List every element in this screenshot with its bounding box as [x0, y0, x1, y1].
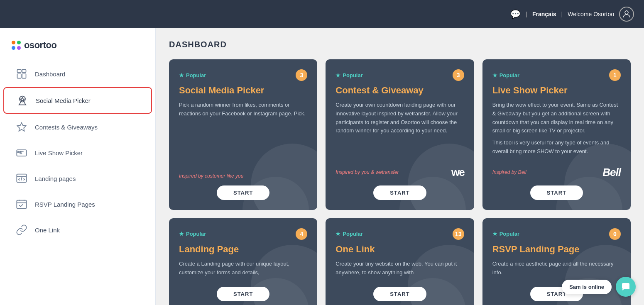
topnav: 💬 | Français | Welcome Osortoo: [0, 0, 644, 28]
star-icon: ★: [179, 72, 184, 78]
sidebar-label-live-show-picker: Live Show Picker: [35, 149, 83, 156]
main-content: DASHBOARD ★ Popular 3 Social Media Picke…: [156, 28, 644, 305]
card-title: Live Show Picker: [492, 85, 621, 96]
logo: osortoo: [0, 32, 155, 61]
sidebar-item-social-media-picker[interactable]: Social Media Picker: [3, 87, 152, 114]
card-title: Contest & Giveaway: [335, 85, 464, 96]
sidebar-label-contests-giveaways: Contests & Giveaways: [35, 124, 98, 131]
popular-text: Popular: [500, 72, 519, 78]
sidebar-label-dashboard: Dashboard: [35, 71, 65, 78]
popular-text: Popular: [186, 72, 206, 78]
card-popular-label: ★ Popular: [492, 72, 519, 78]
welcome-text: Welcome Osortoo: [568, 11, 614, 17]
card-badge-row: ★ Popular 1: [492, 69, 621, 81]
wetransfer-logo: we: [451, 166, 464, 179]
chat-button[interactable]: [616, 277, 636, 297]
logo-dot-2: [17, 41, 21, 44]
logo-dot-1: [12, 41, 15, 44]
card-footer: Inspired by Bell Bell: [492, 166, 621, 179]
link-icon: [15, 223, 28, 237]
sidebar-item-rsvp-landing-pages[interactable]: RSVP Landing Pages: [3, 192, 152, 217]
logo-dots: [12, 41, 21, 50]
card-title: RSVP Landing Page: [492, 244, 621, 255]
card-badge-row: ★ Popular 13: [335, 228, 464, 240]
sidebar-label-rsvp-landing-pages: RSVP Landing Pages: [35, 201, 95, 208]
code-icon: [15, 172, 28, 185]
card-start-button[interactable]: START: [217, 185, 269, 200]
card-popular-label: ★ Popular: [492, 231, 519, 237]
sidebar-item-contests-giveaways[interactable]: Contests & Giveaways: [3, 115, 152, 139]
svg-rect-2: [22, 70, 26, 73]
card-description: Create a Landing page with our unique la…: [179, 260, 307, 281]
award-icon: [16, 94, 29, 107]
svg-point-0: [625, 11, 628, 14]
card-start-button[interactable]: START: [530, 185, 583, 200]
sidebar-label-one-link: One Link: [35, 227, 60, 234]
separator2: |: [561, 11, 563, 17]
cards-grid: ★ Popular 3 Social Media Picker Pick a r…: [169, 59, 631, 305]
card-count-badge: 1: [609, 69, 621, 81]
separator: |: [526, 11, 527, 17]
logo-dot-3: [12, 46, 15, 50]
rsvp-icon: [15, 198, 28, 211]
card-footer: Inspired by you & wetransfer we: [335, 166, 464, 179]
card-description: Pick a random winner from likes, comment…: [179, 101, 307, 166]
live-icon: LIVE: [15, 146, 28, 159]
card-title: Social Media Picker: [179, 85, 307, 96]
logo-dot-4: [17, 46, 21, 50]
card-title: One Link: [335, 244, 464, 255]
star-icon: ★: [335, 231, 340, 237]
card-start-button[interactable]: START: [217, 287, 269, 301]
card-start-button[interactable]: START: [373, 287, 426, 301]
card-social-media-picker: ★ Popular 3 Social Media Picker Pick a r…: [169, 59, 317, 210]
card-description: Create your tiny website on the web. You…: [335, 260, 464, 281]
topnav-right: 💬 | Français | Welcome Osortoo: [510, 7, 634, 22]
star-icon: ★: [492, 72, 497, 78]
card-popular-label: ★ Popular: [179, 231, 206, 237]
popular-text: Popular: [343, 72, 362, 78]
card-description: Bring the wow effect to your event. Same…: [492, 101, 621, 159]
card-inspired-text: Inspired by Bell: [492, 169, 526, 175]
sidebar: osortoo Dashboard Social Media Picker Co…: [0, 28, 156, 305]
svg-rect-9: [17, 200, 26, 209]
card-inspired-text: Inspired by you & wetransfer: [335, 169, 399, 175]
card-count-badge: 3: [296, 69, 307, 81]
popular-text: Popular: [343, 231, 362, 237]
sidebar-item-live-show-picker[interactable]: LIVE Live Show Picker: [3, 140, 152, 165]
card-badge-row: ★ Popular 3: [335, 69, 464, 81]
sidebar-item-dashboard[interactable]: Dashboard: [3, 61, 152, 86]
sidebar-item-one-link[interactable]: One Link: [3, 217, 152, 242]
star-icon: [15, 120, 28, 134]
chat-message-icon[interactable]: 💬: [510, 9, 521, 19]
svg-rect-4: [22, 74, 26, 78]
card-description: Create your own countdown landing page w…: [335, 101, 464, 159]
language-selector[interactable]: Français: [532, 11, 556, 17]
card-popular-label: ★ Popular: [335, 231, 362, 237]
star-icon: ★: [492, 231, 497, 237]
chat-online-label: Sam is online: [562, 280, 612, 294]
card-popular-label: ★ Popular: [179, 72, 206, 78]
star-icon: ★: [179, 231, 184, 237]
card-start-button[interactable]: START: [373, 185, 426, 200]
card-live-show-picker: ★ Popular 1 Live Show Picker Bring the w…: [482, 59, 631, 210]
sidebar-label-landing-pages: Landing pages: [35, 175, 76, 182]
svg-rect-3: [17, 74, 21, 78]
card-count-badge: 4: [296, 228, 307, 240]
card-badge-row: ★ Popular 4: [179, 228, 307, 240]
sidebar-label-social-media-picker: Social Media Picker: [36, 97, 91, 104]
card-count-badge: 13: [453, 228, 464, 240]
card-badge-row: ★ Popular 0: [492, 228, 621, 240]
popular-text: Popular: [500, 231, 519, 237]
bell-logo: Bell: [602, 166, 621, 179]
chat-widget: Sam is online: [562, 277, 636, 297]
card-badge-row: ★ Popular 3: [179, 69, 307, 81]
card-one-link: ★ Popular 13 One Link Create your tiny w…: [326, 218, 474, 305]
card-count-badge: 0: [609, 228, 621, 240]
avatar[interactable]: [619, 7, 634, 22]
card-count-badge: 3: [453, 69, 464, 81]
page-title: DASHBOARD: [169, 40, 631, 49]
popular-text: Popular: [186, 231, 206, 237]
svg-text:LIVE: LIVE: [17, 151, 22, 153]
dashboard-icon: [15, 67, 28, 81]
sidebar-item-landing-pages[interactable]: Landing pages: [3, 166, 152, 191]
